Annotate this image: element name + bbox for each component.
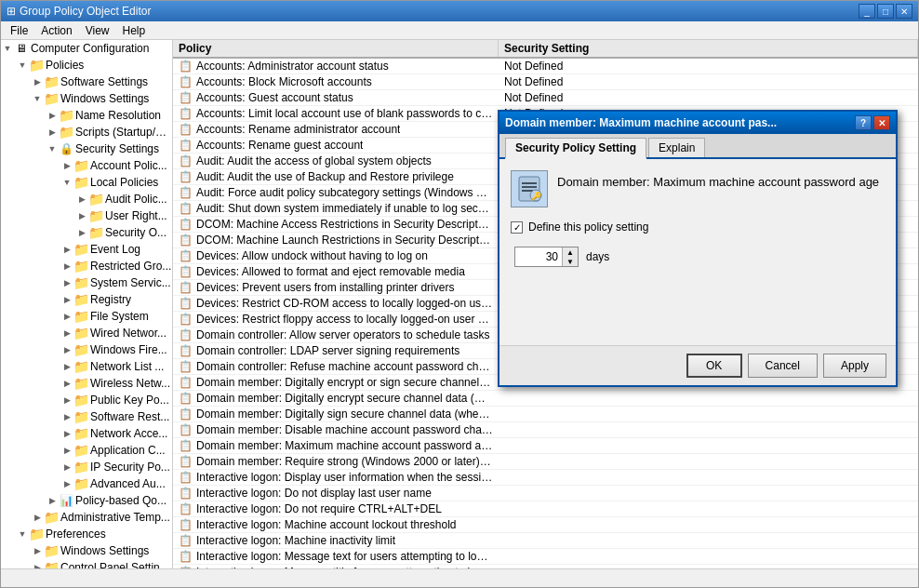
menu-view[interactable]: View	[80, 23, 115, 37]
define-policy-checkbox[interactable]	[511, 221, 523, 234]
list-row[interactable]: 📋Domain member: Maximum machine account …	[173, 438, 918, 454]
policy-cell: 📋Accounts: Block Microsoft accounts	[173, 74, 499, 89]
title-bar-controls: _ □ ✕	[859, 4, 912, 19]
policy-cell: 📋Audit: Force audit policy subcategory s…	[173, 185, 499, 200]
tree-item[interactable]: ▶ 📁 Software Settings	[1, 74, 172, 90]
tree-item-application[interactable]: ▶ 📁 Application C...	[1, 442, 172, 459]
menu-help[interactable]: Help	[117, 23, 152, 37]
cancel-button[interactable]: Cancel	[748, 354, 818, 378]
list-row[interactable]: 📋Accounts: Guest account statusNot Defin…	[173, 90, 918, 106]
menu-action[interactable]: Action	[35, 23, 77, 37]
policy-item-icon: 📋	[179, 439, 193, 452]
tree-item[interactable]: ▶ 📁 Account Polic...	[1, 157, 172, 174]
list-row[interactable]: 📋Interactive logon: Message text for use…	[173, 549, 918, 565]
policy-name: Accounts: Rename guest account	[196, 139, 363, 152]
tree-item[interactable]: ▶ 📁 Administrative Temp...	[1, 509, 172, 526]
tree-label: Account Polic...	[90, 159, 167, 172]
tree-item[interactable]: ▶ 📁 Control Panel Settin...	[1, 559, 172, 568]
tree-item[interactable]: ▶ 📁 Wired Networ...	[1, 325, 172, 341]
folder-icon: 📁	[73, 460, 88, 474]
ok-button[interactable]: OK	[686, 354, 742, 378]
folder-icon: 📁	[44, 91, 59, 106]
policy-name: Domain member: Disable machine account p…	[196, 423, 493, 436]
policy-item-icon: 📋	[179, 471, 193, 484]
tree-item-restricted[interactable]: ▶ 📁 Restricted Gro...	[1, 258, 172, 274]
close-button[interactable]: ✕	[896, 4, 912, 19]
tree-item-ip-security[interactable]: ▶ 📁 IP Security Po...	[1, 459, 172, 475]
list-row[interactable]: 📋Accounts: Administrator account statusN…	[173, 59, 918, 74]
policy-item-icon: 📋	[179, 186, 193, 199]
tree-item[interactable]: ▼ 📁 Preferences	[1, 526, 172, 542]
list-row[interactable]: 📋Domain member: Digitally sign secure ch…	[173, 407, 918, 422]
tree-item[interactable]: ▶ 📁 Network Acce...	[1, 425, 172, 442]
folder-icon: 📁	[73, 359, 88, 374]
policy-item-icon: 📋	[179, 107, 193, 120]
setting-cell	[499, 517, 918, 532]
tab-security-policy-setting[interactable]: Security Policy Setting	[505, 138, 646, 159]
list-row[interactable]: 📋Domain member: Disable machine account …	[173, 422, 918, 438]
tree-item-windows-firewall[interactable]: ▶ 📁 Windows Fire...	[1, 341, 172, 358]
tree-label: Wired Networ...	[90, 327, 166, 340]
list-row[interactable]: 📋Interactive logon: Machine account lock…	[173, 517, 918, 533]
list-row[interactable]: 📋Domain member: Require strong (Windows …	[173, 454, 918, 470]
folder-icon: 📁	[88, 192, 103, 207]
tree-item[interactable]: ▼ 📁 Policies	[1, 57, 172, 74]
dialog-close-button[interactable]: ✕	[873, 115, 890, 130]
tree-item[interactable]: ▶ 📊 Policy-based Qo...	[1, 492, 172, 509]
tree-label: File System	[90, 310, 149, 323]
dialog-help-button[interactable]: ?	[855, 115, 872, 130]
policy-cell: 📋DCOM: Machine Access Restrictions in Se…	[173, 217, 499, 232]
day-input[interactable]	[515, 248, 562, 265]
apply-button[interactable]: Apply	[823, 354, 886, 378]
tree-item-windows-settings[interactable]: ▼ 📁 Windows Settings	[1, 90, 172, 107]
tree-item-advanced[interactable]: ▶ 📁 Advanced Au...	[1, 475, 172, 492]
policy-name: Domain member: Require strong (Windows 2…	[196, 455, 493, 468]
tree-item[interactable]: ▶ 📁 Network List ...	[1, 358, 172, 375]
tree-item[interactable]: ▼ 🖥 Computer Configuration	[1, 40, 172, 57]
tree-item[interactable]: ▼ 📁 Local Policies	[1, 174, 172, 191]
tab-explain[interactable]: Explain	[648, 138, 705, 157]
dialog-content: 🔑 Domain member: Maximum machine account…	[499, 159, 896, 345]
folder-icon: 📁	[29, 527, 44, 541]
tree-item[interactable]: ▶ 📁 Name Resolution	[1, 107, 172, 124]
tree-item[interactable]: ▶ 📁 Event Log	[1, 241, 172, 258]
list-row[interactable]: 📋Domain member: Digitally encrypt secure…	[173, 391, 918, 407]
tree-item[interactable]: ▶ 📁 Software Rest...	[1, 408, 172, 425]
tree-item[interactable]: ▶ 📁 Windows Settings	[1, 542, 172, 559]
spinner-down-button[interactable]: ▼	[563, 257, 578, 266]
maximize-button[interactable]: □	[877, 4, 894, 19]
list-row[interactable]: 📋Interactive logon: Machine inactivity l…	[173, 533, 918, 549]
tree-item[interactable]: ▶ 📁 Public Key Po...	[1, 392, 172, 408]
policy-name: Devices: Restrict floppy access to local…	[196, 313, 493, 326]
list-row[interactable]: 📋Accounts: Block Microsoft accountsNot D…	[173, 74, 918, 90]
tree-item[interactable]: ▶ 📁 Registry	[1, 291, 172, 308]
spinner-up-button[interactable]: ▲	[563, 247, 578, 257]
minimize-button[interactable]: _	[859, 4, 875, 19]
policy-name: DCOM: Machine Access Restrictions in Sec…	[196, 218, 493, 231]
tree-item[interactable]: ▶ 📁 Security O...	[1, 224, 172, 241]
tree-item[interactable]: ▶ 📁 User Right...	[1, 207, 172, 224]
policy-item-icon: 📋	[179, 518, 193, 531]
tree-item[interactable]: ▶ 📁 Wireless Netw...	[1, 375, 172, 392]
tree-item[interactable]: ▶ 📁 Audit Polic...	[1, 191, 172, 207]
policy-name: Accounts: Block Microsoft accounts	[196, 75, 372, 88]
tree-item[interactable]: ▶ 📁 System Servic...	[1, 274, 172, 291]
dialog-footer: OK Cancel Apply	[499, 345, 896, 385]
col-header-setting[interactable]: Security Setting	[499, 40, 918, 57]
list-row[interactable]: 📋Interactive logon: Display user informa…	[173, 470, 918, 486]
list-row[interactable]: 📋Interactive logon: Do not require CTRL+…	[173, 501, 918, 517]
policy-item-icon: 📋	[179, 75, 193, 88]
tree-item[interactable]: ▶ 📁 Scripts (Startup/S...	[1, 124, 172, 140]
expand-icon: ▶	[60, 461, 73, 474]
status-bar	[1, 568, 918, 587]
tree-item-security-settings[interactable]: ▼ 🔒 Security Settings	[1, 140, 172, 157]
menu-file[interactable]: File	[5, 23, 33, 37]
col-header-policy[interactable]: Policy	[173, 40, 499, 57]
list-row[interactable]: 📋Interactive logon: Do not display last …	[173, 486, 918, 501]
policy-name: Domain controller: LDAP server signing r…	[196, 344, 460, 357]
policy-cell: 📋Interactive logon: Machine inactivity l…	[173, 533, 499, 548]
folder-icon: 📁	[73, 426, 88, 441]
policy-item-icon: 📋	[179, 423, 193, 436]
dialog-domain-member: Domain member: Maximum machine account p…	[498, 110, 898, 387]
tree-item[interactable]: ▶ 📁 File System	[1, 308, 172, 325]
